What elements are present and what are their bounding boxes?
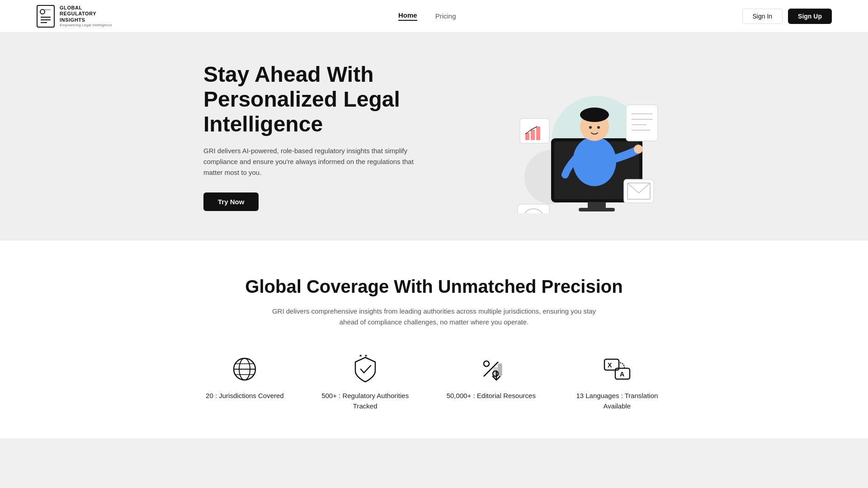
svg-rect-22	[626, 105, 658, 141]
languages-label: 13 Languages : Translation Available	[572, 391, 662, 411]
authorities-label: 500+ : Regulatory Authorities Tracked	[320, 391, 410, 411]
svg-point-14	[580, 108, 609, 122]
try-now-button[interactable]: Try Now	[203, 192, 259, 211]
svg-point-12	[573, 136, 616, 186]
translation-icon: X A	[603, 355, 632, 384]
globe-icon	[230, 355, 259, 384]
feature-authorities: 500+ : Regulatory Authorities Tracked	[320, 355, 410, 411]
signup-button[interactable]: Sign Up	[788, 9, 832, 24]
nav-home[interactable]: Home	[398, 11, 417, 21]
svg-rect-5	[44, 9, 51, 10]
brand-name: GLOBAL REGULATORY INSIGHTS	[60, 5, 112, 23]
svg-rect-40	[498, 364, 502, 375]
svg-text:X: X	[608, 361, 612, 369]
hero-section: Stay Ahead With Personalized Legal Intel…	[0, 33, 868, 240]
nav-actions: Sign In Sign Up	[742, 9, 832, 24]
svg-rect-21	[536, 127, 540, 140]
svg-rect-0	[37, 5, 54, 27]
svg-text:A: A	[620, 371, 624, 378]
hero-svg	[493, 60, 665, 213]
signin-button[interactable]: Sign In	[742, 9, 783, 24]
features-grid: 20 : Jurisdictions Covered 500+ : Regula…	[36, 355, 832, 411]
resources-label: 50,000+ : Editorial Resources	[447, 391, 536, 401]
feature-jurisdictions: 20 : Jurisdictions Covered	[206, 355, 284, 411]
hero-illustration	[493, 60, 665, 213]
svg-rect-10	[588, 202, 606, 208]
jurisdictions-label: 20 : Jurisdictions Covered	[206, 391, 284, 401]
svg-rect-11	[579, 208, 615, 211]
svg-point-36	[484, 361, 489, 366]
logo-text: GLOBAL REGULATORY INSIGHTS Empowering Le…	[60, 5, 112, 27]
nav-links: Home Pricing	[398, 11, 456, 21]
chart-percent-icon	[476, 355, 505, 384]
hero-content: Stay Ahead With Personalized Legal Intel…	[203, 62, 457, 211]
svg-point-16	[597, 126, 600, 129]
logo-icon	[36, 5, 55, 28]
nav-pricing[interactable]: Pricing	[435, 12, 456, 20]
shield-check-icon	[351, 355, 380, 384]
features-title: Global Coverage With Unmatched Precision	[36, 277, 832, 297]
feature-languages: X A 13 Languages : Translation Available	[572, 355, 662, 411]
features-description: GRI delivers comprehensive insights from…	[271, 306, 597, 328]
logo: GLOBAL REGULATORY INSIGHTS Empowering Le…	[36, 5, 112, 28]
svg-point-15	[589, 126, 592, 129]
svg-rect-20	[531, 130, 535, 140]
navbar: GLOBAL REGULATORY INSIGHTS Empowering Le…	[0, 0, 868, 33]
hero-description: GRI delivers AI-powered, role-based regu…	[203, 145, 420, 178]
feature-resources: 50,000+ : Editorial Resources	[447, 355, 536, 411]
hero-title: Stay Ahead With Personalized Legal Intel…	[203, 62, 457, 137]
features-section: Global Coverage With Unmatched Precision…	[0, 240, 868, 438]
brand-tagline: Empowering Legal Intelligence	[60, 23, 112, 27]
svg-point-17	[634, 145, 643, 154]
svg-point-1	[40, 9, 45, 14]
